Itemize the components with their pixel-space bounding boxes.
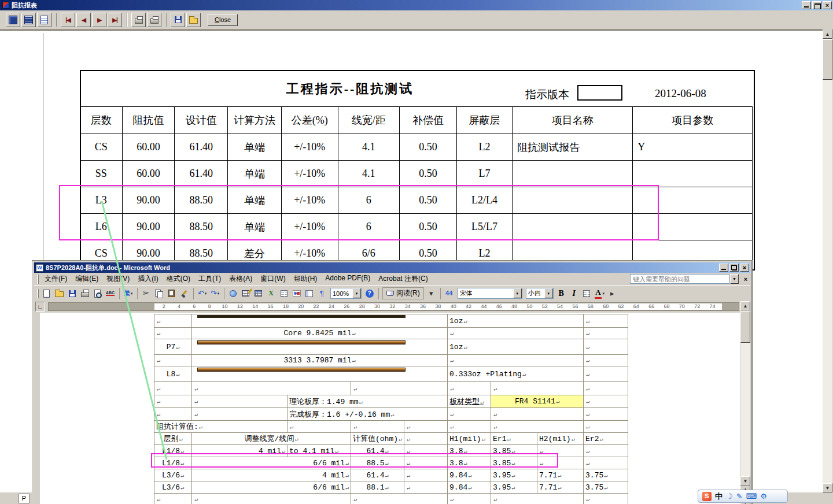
toolbar-options-button[interactable]: ▾ xyxy=(425,288,437,299)
help-dropdown-icon[interactable]: ▼ xyxy=(730,274,739,284)
print-button[interactable] xyxy=(131,13,146,27)
save-button[interactable] xyxy=(171,13,185,27)
new-document-button[interactable] xyxy=(40,288,53,299)
menu-item-8[interactable]: 帮助(H) xyxy=(290,272,322,286)
close-window-button[interactable]: × xyxy=(823,1,832,9)
word-scroll-down-icon[interactable]: ▼ xyxy=(740,476,750,486)
insert-table-button[interactable] xyxy=(252,288,264,299)
format-painter-button[interactable] xyxy=(178,288,190,299)
menu-item-0[interactable]: 文件(F) xyxy=(40,272,71,286)
print-button[interactable] xyxy=(79,288,91,299)
version-label: 指示版本 xyxy=(525,87,569,102)
word-app-icon: W xyxy=(36,264,43,272)
menu-item-6[interactable]: 表格(A) xyxy=(225,272,256,286)
dropdown-arrow-icon[interactable]: ▾ xyxy=(205,291,207,296)
word-vertical-scrollbar[interactable]: ▲ ▼ ▲ ● ▼ xyxy=(740,301,750,504)
document-map-button[interactable] xyxy=(303,288,315,299)
menu-item-1[interactable]: 编辑(E) xyxy=(71,272,102,286)
grid-view-button[interactable] xyxy=(21,13,36,27)
open-button[interactable] xyxy=(53,288,65,299)
report-cell: Y xyxy=(633,134,753,161)
open-button[interactable] xyxy=(186,13,201,27)
word-minimize-button[interactable] xyxy=(719,264,728,272)
font-combo[interactable]: 宋体▼ xyxy=(458,288,522,299)
menu-item-3[interactable]: 插入(I) xyxy=(134,272,162,286)
align-button[interactable] xyxy=(581,288,593,299)
word-close-button[interactable]: × xyxy=(740,264,749,272)
settings-icon[interactable]: ⚙ xyxy=(760,492,767,500)
read-mode-button[interactable]: 阅读(R) xyxy=(382,287,424,299)
scroll-up-icon[interactable]: ▲ xyxy=(823,29,832,39)
word-scroll-thumb[interactable] xyxy=(740,311,750,343)
close-report-button[interactable]: Close xyxy=(208,14,238,26)
version-input[interactable] xyxy=(577,85,622,101)
main-vertical-scrollbar[interactable]: ▲ ▼ xyxy=(823,29,832,492)
insert-hyperlink-button[interactable] xyxy=(227,288,239,299)
menu-item-4[interactable]: 格式(O) xyxy=(163,272,194,286)
tab-stop-selector[interactable]: ∟ xyxy=(35,302,45,312)
horizontal-ruler[interactable]: 2468101214161820222426283032343638404244… xyxy=(48,302,739,311)
chinese-mode-icon[interactable]: 中 xyxy=(715,492,723,500)
menu-item-5[interactable]: 工具(T) xyxy=(194,272,225,286)
bold-button[interactable]: B xyxy=(555,288,567,299)
print-preview-button[interactable] xyxy=(91,288,104,299)
undo-button[interactable]: ↶▾ xyxy=(196,288,208,299)
doc-table-row: L1/84 milto 4.1 mil61.43.83.85 xyxy=(154,445,628,457)
dropdown-arrow-icon[interactable]: ▾ xyxy=(131,291,133,296)
show-marks-button[interactable]: ¶ xyxy=(316,288,328,299)
help-input[interactable]: 键入需要帮助的问题 xyxy=(630,274,729,284)
dropdown-arrow-icon[interactable]: ▾ xyxy=(218,291,220,296)
italic-button[interactable]: I xyxy=(568,288,580,299)
doc-cell: 61.4 xyxy=(351,445,404,457)
sogou-logo[interactable]: S xyxy=(702,492,712,501)
help-button[interactable]: ? xyxy=(363,288,375,299)
copy-button[interactable] xyxy=(153,288,165,299)
dropdown-arrow-icon[interactable]: ▾ xyxy=(603,291,605,296)
next-page-button[interactable]: ▶ xyxy=(92,13,106,27)
handwriting-icon[interactable]: ✎ xyxy=(736,492,743,500)
font-combo-dropdown-icon[interactable]: ▼ xyxy=(513,288,522,298)
doc-cell xyxy=(154,395,192,408)
report-view-button[interactable] xyxy=(6,13,20,27)
styles-button[interactable]: 44 xyxy=(443,288,455,299)
keyboard-icon[interactable]: ⌨ xyxy=(746,492,757,500)
font-size-combo-dropdown-icon[interactable]: ▼ xyxy=(544,288,553,298)
insert-excel-button[interactable]: X xyxy=(265,288,277,299)
save-button[interactable] xyxy=(66,288,78,299)
prev-page-button[interactable]: ◀ xyxy=(76,13,91,27)
print-setup-button[interactable] xyxy=(147,13,161,27)
menu-item-10[interactable]: Acrobat 注释(C) xyxy=(374,272,432,286)
word-restore-button[interactable] xyxy=(729,264,739,272)
menu-item-7[interactable]: 窗口(W) xyxy=(256,272,289,286)
scroll-down-icon[interactable]: ▼ xyxy=(823,483,832,492)
redo-button[interactable]: ↷▾ xyxy=(209,288,221,299)
doc-cell: 3.95 xyxy=(491,469,537,481)
tables-and-borders-button[interactable] xyxy=(239,288,252,299)
drawing-button[interactable] xyxy=(290,288,303,299)
first-page-button[interactable]: |◀ xyxy=(61,13,75,27)
columns-button[interactable] xyxy=(278,288,290,299)
zoom-combo[interactable]: 100%▼ xyxy=(330,288,362,299)
paste-button[interactable] xyxy=(165,288,178,299)
scroll-thumb[interactable] xyxy=(823,39,832,80)
font-size-combo[interactable]: 小四▼ xyxy=(526,288,554,299)
hanzi-convert-button[interactable]: 繁▾ xyxy=(122,288,134,299)
menu-item-2[interactable]: 视图(V) xyxy=(102,272,134,286)
word-scroll-up-icon[interactable]: ▲ xyxy=(740,301,750,310)
menu-item-9[interactable]: Adobe PDF(B) xyxy=(321,272,374,286)
zoom-combo-dropdown-icon[interactable]: ▼ xyxy=(352,288,361,298)
menubar-grip[interactable] xyxy=(37,275,39,284)
toolbar-overflow-button[interactable]: ▸ xyxy=(606,288,618,299)
moon-icon[interactable]: ☽ xyxy=(726,492,733,500)
spelling-button[interactable]: ABC xyxy=(104,288,116,299)
document-edit-area[interactable]: 1ozCore 9.8425 milP71oz3313 3.7987 milL8… xyxy=(40,313,740,504)
font-color-button[interactable]: A▾ xyxy=(594,288,606,299)
last-page-button[interactable]: ▶| xyxy=(108,13,122,27)
maximize-button[interactable] xyxy=(812,1,821,9)
doc-cell: L3/6 xyxy=(154,481,192,494)
menubar-close-icon[interactable]: × xyxy=(741,275,750,284)
minimize-button[interactable] xyxy=(802,1,811,9)
cut-button[interactable]: ✂ xyxy=(140,288,152,299)
toolbar-grip[interactable] xyxy=(37,289,39,298)
page-view-button[interactable] xyxy=(37,13,51,27)
